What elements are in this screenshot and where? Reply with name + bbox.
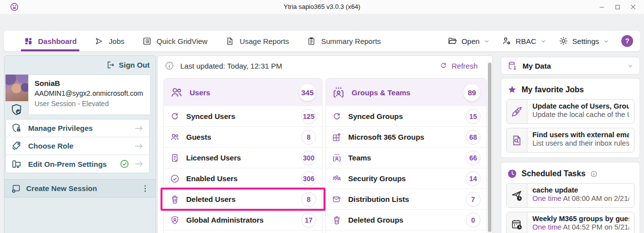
count-badge: 15	[466, 109, 481, 124]
stat-row-guests[interactable]: Guests 8	[164, 127, 322, 148]
edit-onprem-settings-label: Edit On-Prem Settings	[28, 160, 107, 168]
scrollbar-thumb[interactable]	[488, 63, 491, 232]
schedule-detail: At 08:00 AM on 2/21/...	[562, 194, 629, 202]
choose-role-button[interactable]: Choose Role	[6, 137, 149, 155]
open-menu-button[interactable]: Open	[447, 36, 490, 46]
stat-row-synced-users[interactable]: Synced Users 125	[164, 106, 322, 127]
minimize-button[interactable]	[594, 0, 609, 14]
refresh-icon	[440, 62, 447, 70]
count-badge: 66	[466, 151, 481, 165]
settings-menu-button[interactable]: Settings	[559, 36, 609, 46]
tab-quick-gridview[interactable]: Quick GridView	[142, 31, 207, 51]
vertical-scrollbar[interactable]	[487, 62, 492, 233]
sign-out-button[interactable]: Sign Out	[106, 60, 150, 70]
sync-icon	[170, 112, 180, 121]
sign-out-label: Sign Out	[119, 61, 150, 69]
sign-out-icon	[106, 60, 115, 70]
job-item-find-users[interactable]: Find users with external email ... List …	[506, 128, 635, 153]
rbac-menu-button[interactable]: RBAC	[502, 36, 547, 46]
trash-icon	[332, 215, 342, 225]
stat-row-global-administrators[interactable]: Global Administrators 17	[164, 210, 322, 231]
pen-icon	[511, 106, 523, 118]
stat-label: Microsoft 365 Groups	[348, 133, 424, 141]
groups-teams-icon	[332, 86, 345, 99]
groups-card-title: Groups & Teams	[352, 88, 410, 97]
chevron-down-icon	[540, 38, 547, 44]
stat-row-teams[interactable]: Teams 66	[326, 148, 486, 168]
task-item-cache-update[interactable]: cache update One time At 08:00 AM on 2/2…	[506, 183, 635, 208]
guests-icon	[170, 132, 180, 142]
dashboard-panel: Last updated: Today, 12:31 PM Refresh Us…	[157, 55, 493, 233]
count-badge: 8	[301, 130, 316, 145]
trash-icon	[170, 194, 180, 204]
titlebar: Ytria sapio365 v3.0.3 (x64)	[0, 0, 644, 14]
stat-row-licensed-users[interactable]: Licensed Users 300	[164, 148, 322, 168]
job-subtitle: List users and their inbox rules f...	[532, 139, 629, 147]
clock-icon	[507, 169, 517, 179]
task-item-weekly-m365-groups[interactable]: Weekly M365 groups by guest... One time …	[506, 212, 635, 233]
open-menu-label: Open	[461, 37, 480, 45]
role-tag-icon	[11, 140, 22, 152]
job-title: Find users with external email ...	[532, 131, 629, 139]
manage-privileges-label: Manage Privileges	[28, 124, 93, 132]
job-subtitle: Update the local cache of the U...	[532, 111, 629, 118]
favorite-jobs-header: My favorite Jobs	[507, 85, 634, 95]
tab-dashboard[interactable]: Dashboard	[24, 31, 77, 51]
chevron-down-icon	[627, 63, 634, 69]
users-card-title: Users	[190, 88, 210, 97]
tab-summary-reports[interactable]: Summary Reports	[307, 31, 381, 51]
stat-label: Guests	[186, 133, 211, 141]
kebab-menu-icon[interactable]	[141, 184, 150, 193]
users-total-badge: 345	[299, 84, 316, 101]
groups-teams-card: Groups & Teams 89 Synced Groups 15 Micro…	[325, 78, 487, 233]
shield-lock-icon	[11, 122, 22, 134]
stat-label: Global Administrators	[186, 216, 264, 224]
users-icon	[170, 86, 183, 99]
user-card: SoniaB AADMIN1@sygx2.onmicrosoft.com Use…	[28, 75, 151, 115]
edit-onprem-settings-button[interactable]: Edit On-Prem Settings	[6, 155, 149, 173]
gridview-list-icon	[142, 37, 152, 46]
my-data-database-icon	[507, 61, 518, 71]
task-title: Weekly M365 groups by guest...	[532, 215, 629, 223]
toolbar-actions: Open RBAC Settings ?	[447, 35, 633, 47]
people-group-icon	[332, 174, 342, 184]
maximize-button[interactable]	[609, 0, 625, 14]
stat-label: Deleted Users	[186, 195, 236, 203]
chevron-down-icon	[483, 38, 490, 44]
dashboard-header: Last updated: Today, 12:31 PM Refresh	[158, 56, 492, 76]
tab-jobs[interactable]: Jobs	[94, 31, 124, 51]
stat-row-synced-groups[interactable]: Synced Groups 15	[326, 106, 486, 127]
tab-usage-reports[interactable]: Usage Reports	[225, 31, 289, 51]
manage-privileges-button[interactable]: Manage Privileges	[6, 119, 149, 137]
user-name: SoniaB	[35, 79, 144, 87]
help-button[interactable]: ?	[621, 35, 633, 47]
refresh-button[interactable]: Refresh	[440, 62, 478, 70]
schedule-detail: At 04:52 PM on 5/21/...	[562, 223, 629, 231]
close-button[interactable]	[625, 0, 641, 14]
window-title: Ytria sapio365 v3.0.3 (x64)	[0, 3, 644, 10]
create-new-session-button[interactable]: Create New Session	[4, 179, 156, 197]
groups-card-header[interactable]: Groups & Teams 89	[326, 78, 486, 106]
session-sidebar: Sign Out SoniaB AADMIN1@sygx2.onmicrosof…	[4, 55, 156, 233]
m365-box-icon	[332, 132, 342, 142]
stat-label: Security Groups	[348, 174, 406, 183]
stat-row-microsoft-365-groups[interactable]: Microsoft 365 Groups 68	[326, 127, 486, 148]
stat-row-enabled-users[interactable]: Enabled Users 306	[164, 168, 322, 189]
tab-label: Jobs	[109, 37, 124, 45]
my-data-card[interactable]: My Data	[501, 57, 640, 75]
stat-row-deleted-users[interactable]: Deleted Users 8	[164, 189, 322, 210]
users-card-header[interactable]: Users 345	[164, 78, 322, 106]
info-icon[interactable]	[590, 170, 598, 178]
check-circle-icon	[170, 174, 180, 184]
job-item-update-cache[interactable]: Update cache of Users, Groups... Update …	[506, 99, 635, 124]
usage-reports-doc-icon	[225, 37, 235, 46]
stat-row-security-groups[interactable]: Security Groups 14	[326, 168, 486, 189]
tab-label: Dashboard	[38, 37, 77, 45]
info-icon	[164, 61, 174, 71]
stat-row-deleted-groups[interactable]: Deleted Groups 0	[326, 210, 486, 231]
count-badge: 125	[301, 109, 316, 124]
mail-icon	[332, 194, 342, 204]
tab-label: Quick GridView	[157, 37, 207, 45]
scheduled-tasks-header: Scheduled Tasks	[507, 169, 634, 179]
stat-row-distribution-lists[interactable]: Distribution Lists 7	[326, 189, 486, 210]
